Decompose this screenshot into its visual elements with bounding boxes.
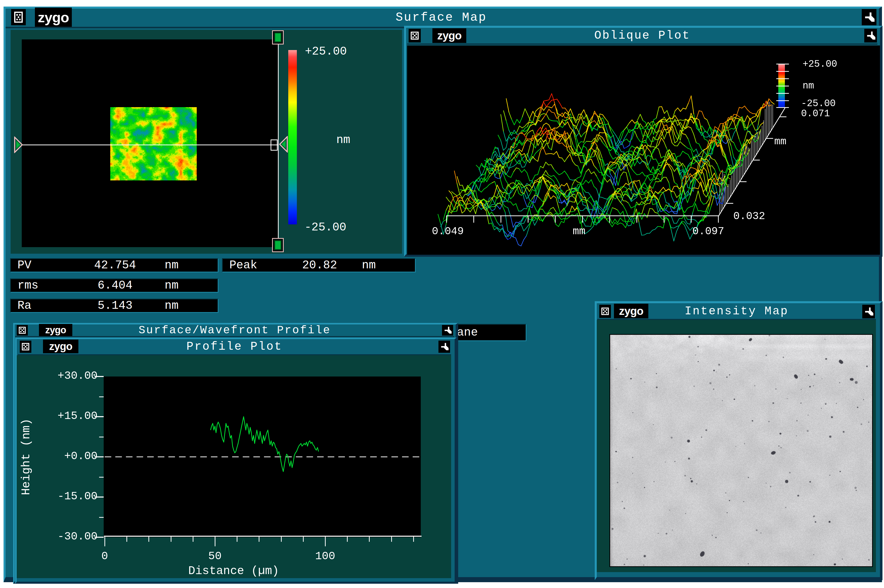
profile-outer-titlebar[interactable]: Surface/Wavefront Profile zygo (15, 324, 454, 336)
crop-handle-bottom-fill (274, 240, 281, 250)
profile-plot-titlebar[interactable]: Profile Plot zygo (18, 340, 451, 354)
zygo-logo: zygo (35, 8, 72, 27)
close-icon (410, 32, 419, 40)
readout-value: 42.754 (66, 259, 165, 272)
pushpin-icon (443, 326, 452, 334)
oblique-x-unit-label: mm (561, 225, 597, 237)
readout-pv: PV 42.754 nm (10, 258, 218, 272)
oblique-colorbar-tick (776, 100, 789, 101)
window-pin-button[interactable] (862, 9, 876, 25)
window-pin-button[interactable] (862, 305, 875, 318)
oblique-wireframe-plot (407, 45, 880, 255)
surface-colorbar-top-label: +25.00 (305, 45, 347, 58)
close-icon (22, 343, 29, 351)
readout-unit: nm (165, 299, 218, 312)
oblique-z-unit-label: nm (803, 80, 814, 91)
profile-xaxis-label: Distance (µm) (170, 564, 297, 578)
window-close-button[interactable] (599, 305, 611, 318)
oblique-colorbar-tick (776, 93, 789, 94)
profile-trace (210, 417, 319, 471)
readout-unit: nm (362, 259, 415, 272)
slice-line-horizontal[interactable] (22, 144, 278, 145)
intensity-map-titlebar[interactable]: Intensity Map zygo (597, 304, 876, 319)
readout-label: PV (11, 259, 66, 272)
readout-peak: Peak 20.82 nm (222, 258, 416, 272)
readout-value: 6.404 (66, 279, 165, 292)
readout-label: Peak (223, 259, 277, 272)
titlebar-separator (407, 44, 877, 45)
readout-rms: rms 6.404 nm (10, 279, 218, 292)
surface-map-titlebar[interactable]: Surface Map zygo (6, 9, 877, 26)
metropro-desktop: Surface Map zygo (0, 0, 884, 588)
oblique-depth-far-label: 0.071 (801, 108, 830, 119)
pushpin-icon (863, 306, 873, 317)
window-title: Profile Plot (18, 340, 451, 354)
window-close-button[interactable] (17, 325, 28, 336)
readout-ra: Ra 5.143 nm (10, 298, 218, 313)
oblique-colorbar-tick (776, 71, 789, 72)
slice-right-marker[interactable] (279, 136, 288, 153)
intensity-image (610, 335, 872, 566)
surface-colorbar-bottom-label: -25.00 (304, 221, 346, 234)
crop-line-vertical[interactable] (278, 38, 279, 245)
oblique-colorbar-tick (776, 107, 789, 108)
readout-value: 5.143 (66, 299, 165, 312)
window-title: Surface Map (6, 9, 877, 26)
profile-trace-plot (104, 376, 421, 537)
window-close-button[interactable] (11, 9, 26, 25)
readout-label: Ra (11, 299, 66, 312)
oblique-depth-near-label: 0.032 (733, 210, 765, 222)
zygo-logo-text: zygo (38, 9, 69, 26)
oblique-colorbar-tick (776, 78, 789, 79)
readout-unit: nm (165, 279, 218, 292)
zygo-logo-text: zygo (45, 325, 66, 336)
oblique-depth-unit-label: mm (774, 136, 786, 147)
zygo-logo-text: zygo (619, 305, 643, 317)
oblique-plot-titlebar[interactable]: Oblique Plot zygo (407, 28, 877, 43)
surface-height-patch (110, 107, 197, 180)
window-close-button[interactable] (20, 340, 32, 353)
readout-unit: nm (165, 259, 218, 272)
window-pin-button[interactable] (442, 325, 453, 336)
pushpin-icon (863, 11, 875, 24)
surface-colorbar-unit-label: nm (336, 134, 350, 147)
window-close-button[interactable] (409, 29, 421, 42)
window-pin-button[interactable] (439, 340, 450, 353)
zygo-logo: zygo (39, 324, 72, 336)
readout-value: 20.82 (277, 259, 362, 272)
slice-right-box-marker[interactable] (271, 140, 278, 151)
zygo-logo-text: zygo (437, 29, 462, 42)
crop-handle-top[interactable] (272, 30, 284, 45)
window-title: Oblique Plot (407, 28, 877, 43)
zygo-logo: zygo (432, 28, 466, 43)
zygo-logo: zygo (614, 304, 648, 318)
oblique-z-top-label: +25.00 (803, 58, 837, 69)
readout-remove-plane-partial: ane (453, 324, 526, 341)
crop-handle-bottom[interactable] (272, 238, 284, 252)
pushpin-icon (440, 342, 449, 351)
oblique-x-end-label: 0.097 (689, 225, 727, 237)
crop-handle-top-fill (274, 33, 281, 42)
close-icon (19, 327, 26, 334)
oblique-colorbar-tick (776, 64, 789, 64)
pushpin-icon (866, 30, 876, 41)
close-icon (601, 308, 609, 315)
readout-label: rms (11, 279, 66, 292)
slice-left-marker[interactable] (14, 136, 23, 153)
oblique-x-start-label: 0.049 (429, 225, 467, 237)
oblique-colorbar-tick (776, 86, 789, 86)
close-icon (14, 12, 23, 23)
titlebar-separator (15, 336, 454, 337)
window-pin-button[interactable] (864, 29, 877, 42)
profile-yaxis-label: Height (nm) (20, 418, 33, 495)
zygo-logo-text: zygo (49, 340, 72, 352)
zygo-logo: zygo (43, 340, 78, 353)
surface-colorbar (288, 50, 297, 224)
oblique-z-bottom-label: -25.00 (801, 98, 836, 109)
window-title: Surface/Wavefront Profile (15, 324, 454, 336)
